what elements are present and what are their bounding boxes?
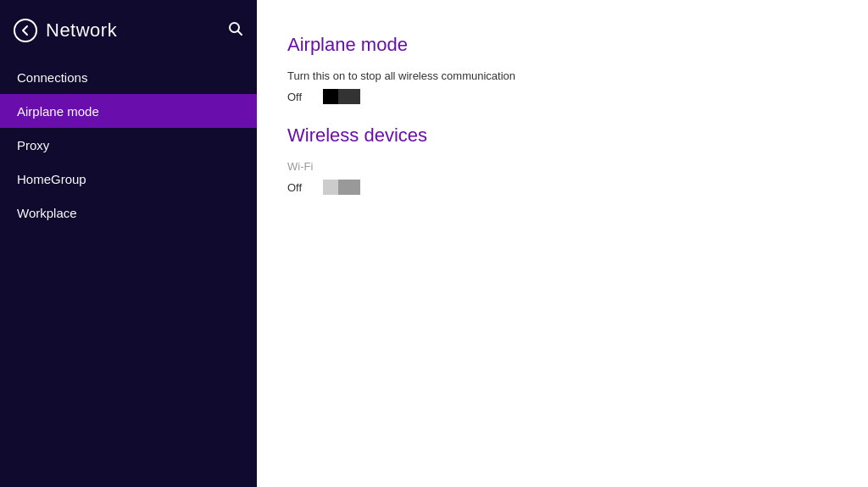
wifi-label: Wi-Fi bbox=[287, 160, 837, 173]
airplane-mode-section: Airplane mode Turn this on to stop all w… bbox=[287, 34, 837, 104]
sidebar-item-airplane-mode[interactable]: Airplane mode bbox=[0, 94, 257, 128]
airplane-mode-title: Airplane mode bbox=[287, 34, 837, 56]
airplane-mode-toggle-row: Off bbox=[287, 89, 837, 104]
sidebar-item-connections[interactable]: Connections bbox=[0, 60, 257, 94]
search-icon[interactable] bbox=[228, 21, 243, 40]
airplane-mode-toggle-track bbox=[323, 89, 360, 104]
airplane-mode-toggle-knob bbox=[323, 89, 338, 104]
wireless-devices-section: Wireless devices Wi-Fi Off bbox=[287, 125, 837, 195]
airplane-mode-status: Off bbox=[287, 91, 313, 103]
airplane-mode-description: Turn this on to stop all wireless commun… bbox=[287, 69, 837, 82]
wifi-toggle-knob bbox=[323, 180, 338, 195]
sidebar-item-proxy[interactable]: Proxy bbox=[0, 128, 257, 162]
sidebar-title: Network bbox=[46, 19, 117, 42]
wireless-devices-title: Wireless devices bbox=[287, 125, 837, 147]
sidebar-header: Network bbox=[0, 0, 257, 60]
sidebar: Network Connections Airplane mode Proxy … bbox=[0, 0, 257, 487]
sidebar-item-workplace[interactable]: Workplace bbox=[0, 196, 257, 230]
svg-line-1 bbox=[238, 30, 242, 35]
wifi-status: Off bbox=[287, 181, 313, 194]
main-content: Airplane mode Turn this on to stop all w… bbox=[257, 0, 868, 487]
sidebar-item-homegroup[interactable]: HomeGroup bbox=[0, 162, 257, 196]
wifi-toggle-track bbox=[323, 180, 360, 195]
wifi-toggle-row: Off bbox=[287, 180, 837, 195]
wifi-toggle[interactable] bbox=[323, 180, 360, 195]
airplane-mode-toggle[interactable] bbox=[323, 89, 360, 104]
back-button[interactable] bbox=[14, 19, 37, 42]
